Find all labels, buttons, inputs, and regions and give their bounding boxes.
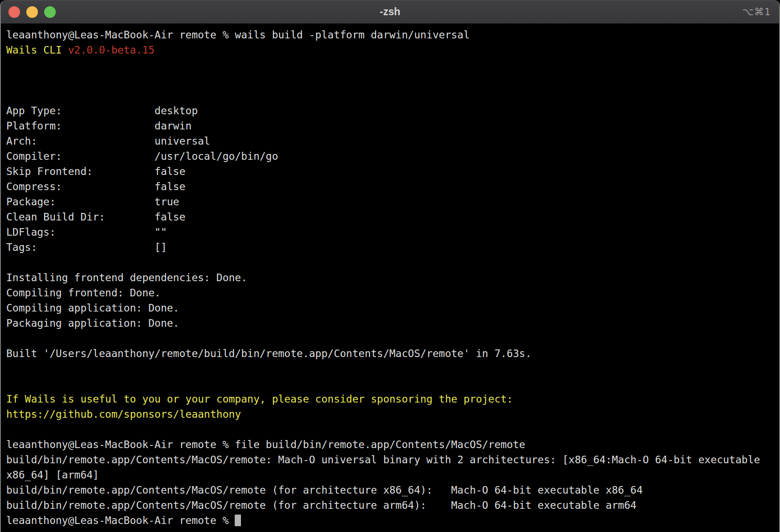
terminal-text: Wails CLI [6,44,68,56]
terminal-text: Installing frontend dependencies: Done. [6,272,247,283]
terminal-line: build/bin/remote.app/Contents/MacOS/remo… [6,482,779,498]
terminal-text: x86_64] [arm64] [6,469,99,481]
terminal-text: Packaging application: Done. [6,317,179,329]
terminal-line: If Wails is useful to you or your compan… [6,391,779,407]
terminal-line [6,361,779,376]
terminal-text: Compiler: /usr/local/go/bin/go [6,150,278,162]
terminal-line: Packaging application: Done. [6,316,779,331]
terminal-cursor [235,515,241,526]
window-titlebar[interactable]: -zsh ⌥⌘1 [1,0,779,24]
terminal-text: Package: true [6,196,179,208]
terminal-line [6,331,779,346]
terminal-line: Platform: darwin [6,118,779,133]
clipped-background-text: ▖▄▄▗ ▖▄▄▄▄▖▄▄▄▄▄▄▖▄▄ ▄▖ [184,529,434,532]
terminal-line: https://github.com/sponsors/leaanthony [6,407,779,422]
terminal-line: Wails CLI v2.0.0-beta.15 [6,42,779,58]
terminal-text: Tags: [] [6,241,167,253]
terminal-line: Compress: false [6,179,779,194]
terminal-line: Arch: universal [6,133,779,149]
terminal-text: build/bin/remote.app/Contents/MacOS/remo… [6,484,643,496]
terminal-line: Compiler: /usr/local/go/bin/go [6,149,779,164]
terminal-line: Compiling application: Done. [6,300,779,316]
terminal-text: Compiling frontend: Done. [6,287,161,299]
terminal-line: Compiling frontend: Done. [6,285,779,300]
terminal-line: build/bin/remote.app/Contents/MacOS/remo… [6,452,779,467]
terminal-text: Skip Frontend: false [6,166,186,177]
terminal-line [6,422,779,437]
terminal-line: Installing frontend dependencies: Done. [6,270,779,285]
terminal-text: App Type: desktop [6,105,198,116]
terminal-text: https://github.com/sponsors/leaanthony [6,408,241,420]
terminal-line: LDFlags: "" [6,224,779,240]
terminal-text: Compress: false [6,181,186,192]
terminal-text: Clean Build Dir: false [6,211,186,223]
terminal-window: -zsh ⌥⌘1 leaanthony@Leas-MacBook-Air rem… [0,0,780,532]
terminal-line [6,255,779,270]
terminal-line: Tags: [] [6,240,779,255]
terminal-text: Compiling application: Done. [6,302,179,314]
terminal-line: leaanthony@Leas-MacBook-Air remote % [6,513,779,528]
terminal-line [6,73,779,88]
terminal-line [6,58,779,73]
terminal-line: leaanthony@Leas-MacBook-Air remote % fil… [6,437,779,452]
terminal-text: leaanthony@Leas-MacBook-Air remote % fil… [6,439,525,450]
terminal-text: Platform: darwin [6,120,191,132]
terminal-line: App Type: desktop [6,103,779,118]
terminal-text: leaanthony@Leas-MacBook-Air remote % wai… [6,29,470,41]
terminal-output[interactable]: leaanthony@Leas-MacBook-Air remote % wai… [1,24,779,532]
terminal-line: Clean Build Dir: false [6,209,779,224]
terminal-text: build/bin/remote.app/Contents/MacOS/remo… [6,499,636,511]
terminal-line: Built '/Users/leaanthony/remote/build/bi… [6,346,779,361]
tab-shortcut-badge: ⌥⌘1 [743,0,771,24]
terminal-line [6,88,779,103]
terminal-line: Package: true [6,194,779,209]
terminal-line: build/bin/remote.app/Contents/MacOS/remo… [6,498,779,513]
terminal-text: leaanthony@Leas-MacBook-Air remote % [6,515,235,526]
terminal-text: v2.0.0-beta.15 [68,44,154,56]
terminal-text: LDFlags: "" [6,226,167,238]
terminal-line: x86_64] [arm64] [6,467,779,482]
terminal-text: Arch: universal [6,135,210,147]
terminal-text: If Wails is useful to you or your compan… [6,393,513,405]
terminal-text: Built '/Users/leaanthony/remote/build/bi… [6,348,531,359]
terminal-text: build/bin/remote.app/Contents/MacOS/remo… [6,454,760,466]
terminal-line: Skip Frontend: false [6,164,779,179]
window-title: -zsh [1,0,779,24]
terminal-line: leaanthony@Leas-MacBook-Air remote % wai… [6,27,779,42]
terminal-line [6,376,779,391]
